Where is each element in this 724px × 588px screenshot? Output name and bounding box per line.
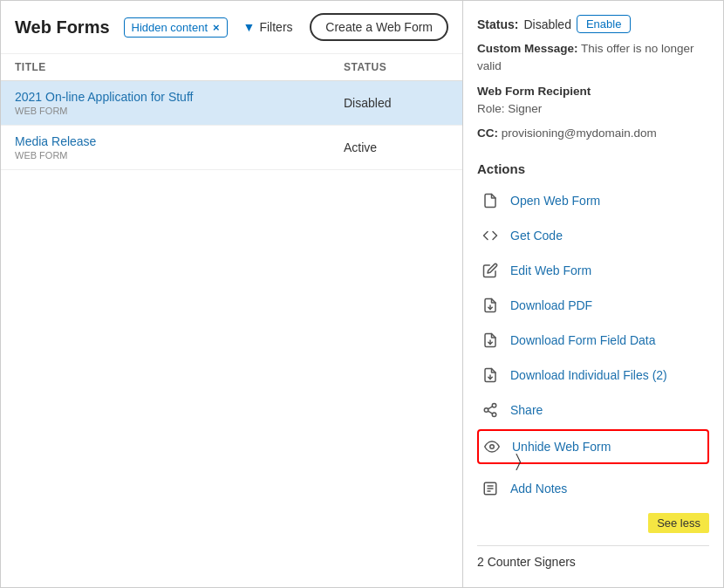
row-info: Media Release WEB FORM [15, 134, 344, 161]
action-label-edit: Edit Web Form [510, 263, 591, 277]
download-doc3-icon [481, 366, 500, 385]
row-subtitle: WEB FORM [15, 106, 344, 116]
filters-label: Filters [259, 20, 292, 34]
row-info: 2021 On-line Application for Stuff WEB F… [15, 90, 344, 116]
row-title: Media Release [15, 134, 344, 148]
add-notes-label: Add Notes [510, 482, 567, 496]
svg-point-8 [490, 445, 495, 449]
unhide-icon [482, 437, 502, 456]
pencil-icon [481, 261, 500, 280]
status-label: Status: [477, 17, 518, 31]
action-label-field-data: Download Form Field Data [510, 333, 656, 347]
unhide-web-form-row[interactable]: Unhide Web Form 〉 [477, 429, 709, 464]
doc-icon [481, 191, 500, 210]
action-label-code: Get Code [510, 229, 563, 243]
col-status-header: Status [344, 61, 448, 73]
right-panel: Status: Disabled Enable Custom Message: … [463, 1, 723, 587]
action-label-pdf: Download PDF [510, 298, 592, 312]
recipient-block: Web Form Recipient Role: Signer [477, 83, 709, 119]
table-header: Title Status [1, 54, 462, 81]
table-body: 2021 On-line Application for Stuff WEB F… [1, 81, 462, 170]
action-code[interactable]: Get Code [477, 218, 709, 253]
download-doc2-icon [481, 331, 500, 350]
svg-line-6 [488, 411, 492, 414]
action-field-data[interactable]: Download Form Field Data [477, 323, 709, 358]
action-edit[interactable]: Edit Web Form [477, 253, 709, 288]
left-header: Web Forms Hidden content × ▼ Filters Cre… [1, 1, 462, 54]
custom-message-block: Custom Message: This offer is no longer … [477, 40, 709, 76]
left-panel: Web Forms Hidden content × ▼ Filters Cre… [1, 1, 463, 587]
add-notes-action[interactable]: Add Notes [477, 471, 709, 506]
unhide-label: Unhide Web Form [512, 440, 611, 454]
svg-line-7 [488, 407, 492, 409]
action-label-share: Share [510, 403, 543, 417]
cc-value: provisioning@mydomain.dom [502, 126, 657, 140]
filter-icon: ▼ [243, 20, 256, 34]
page-title: Web Forms [15, 17, 110, 38]
row-status: Active [344, 140, 448, 154]
hidden-content-label: Hidden content [132, 21, 208, 34]
table-row[interactable]: Media Release WEB FORM Active [1, 126, 462, 170]
status-value: Disabled [523, 17, 570, 31]
action-list: Open Web Form Get Code Edit Web Form Dow… [477, 183, 709, 427]
status-line: Status: Disabled Enable [477, 15, 709, 33]
row-status: Disabled [344, 96, 448, 110]
cc-block: CC: provisioning@mydomain.dom [477, 125, 709, 142]
counter-signers: 2 Counter Signers [477, 545, 709, 569]
code-icon [481, 226, 500, 245]
create-web-form-button[interactable]: Create a Web Form [310, 13, 448, 41]
table-row[interactable]: 2021 On-line Application for Stuff WEB F… [1, 81, 462, 126]
see-less-row: See less [477, 513, 709, 533]
action-individual[interactable]: Download Individual Files (2) [477, 358, 709, 393]
recipient-label: Web Form Recipient [477, 83, 709, 100]
col-title-header: Title [15, 61, 344, 73]
download-doc-icon [481, 296, 500, 315]
row-subtitle: WEB FORM [15, 150, 344, 161]
action-open[interactable]: Open Web Form [477, 183, 709, 218]
action-share[interactable]: Share [477, 393, 709, 427]
cc-label: CC: [477, 126, 498, 140]
hidden-content-tag[interactable]: Hidden content × [124, 17, 228, 38]
cursor-icon: 〉 [516, 451, 522, 471]
close-icon[interactable]: × [213, 21, 220, 34]
share-icon [481, 400, 500, 420]
custom-message-label: Custom Message: [477, 42, 578, 55]
see-less-button[interactable]: See less [648, 513, 709, 533]
action-label-open: Open Web Form [510, 194, 600, 208]
actions-title: Actions [477, 161, 709, 176]
recipient-role: Role: Signer [477, 100, 709, 118]
action-label-individual: Download Individual Files (2) [510, 368, 667, 382]
add-notes-icon [481, 479, 500, 498]
row-title: 2021 On-line Application for Stuff [15, 90, 344, 104]
action-pdf[interactable]: Download PDF [477, 288, 709, 323]
enable-button[interactable]: Enable [577, 15, 631, 33]
filters-button[interactable]: ▼ Filters [238, 17, 298, 38]
